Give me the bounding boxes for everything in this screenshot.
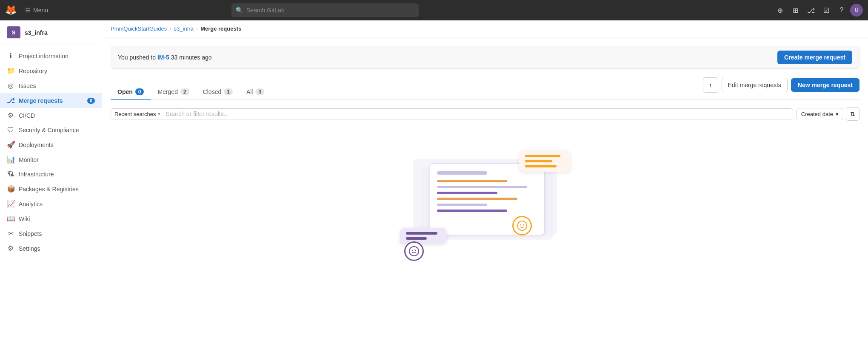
sidebar-item-analytics[interactable]: 📈 Analytics <box>0 196 102 211</box>
tab-closed-label: Closed <box>203 88 222 95</box>
tab-open-count: 0 <box>135 88 144 95</box>
search-icon: 🔍 <box>236 7 243 14</box>
svg-point-5 <box>415 250 416 251</box>
page-content: You pushed to IM-5 33 minutes ago Create… <box>102 37 868 291</box>
push-text-before: You pushed to <box>118 54 156 61</box>
merge-request-icon[interactable]: ⎇ <box>804 3 818 17</box>
breadcrumb-s3infra[interactable]: s3_infra <box>174 26 194 32</box>
nav-icons-group: ⊕ ⊞ ⎇ ☑ ? U <box>774 3 863 17</box>
sidebar-item-settings[interactable]: ⚙ Settings <box>0 241 102 256</box>
empty-illustration <box>396 146 574 265</box>
sort-controls: Created date ▾ ⇅ <box>797 107 859 121</box>
sort-direction-button[interactable]: ⇅ <box>846 107 859 121</box>
dropdown-chevron-icon: ▾ <box>836 111 839 117</box>
hamburger-icon: ☰ <box>25 7 31 14</box>
sidebar-item-label: Security & Compliance <box>19 127 79 133</box>
folder-icon: 📁 <box>7 67 14 75</box>
sidebar-item-label: Infrastructure <box>19 171 54 178</box>
sidebar-item-label: Issues <box>19 82 36 89</box>
tab-closed[interactable]: Closed 1 <box>196 84 240 100</box>
ill-bubble-right-line-2 <box>525 160 552 162</box>
ill-bubble-left-line-2 <box>406 237 427 240</box>
push-text-after: 33 minutes ago <box>171 54 212 61</box>
sort-direction-icon: ⇅ <box>850 110 855 117</box>
help-icon[interactable]: ? <box>835 3 848 17</box>
project-name: s3_infra <box>25 29 48 36</box>
svg-point-2 <box>523 224 524 226</box>
sidebar-project-header[interactable]: S s3_infra <box>0 20 102 45</box>
top-navigation: 🦊 ☰ Menu 🔍 ⊕ ⊞ ⎇ ☑ ? U <box>0 0 868 20</box>
breadcrumb-sep-2: › <box>196 26 198 32</box>
sidebar-item-cicd[interactable]: ⚙ CI/CD <box>0 108 102 123</box>
ill-card-line-6 <box>437 204 487 206</box>
sidebar-item-repository[interactable]: 📁 Repository <box>0 63 102 78</box>
user-avatar[interactable]: U <box>850 4 863 17</box>
sidebar-item-monitor[interactable]: 📊 Monitor <box>0 152 102 167</box>
svg-point-4 <box>412 250 413 251</box>
tab-all[interactable]: All 3 <box>240 84 271 100</box>
sidebar-item-snippets[interactable]: ✂ Snippets <box>0 226 102 241</box>
tab-open[interactable]: Open 0 <box>111 84 151 100</box>
issues-icon: ◎ <box>7 82 14 90</box>
sidebar-item-wiki[interactable]: 📖 Wiki <box>0 211 102 226</box>
new-merge-request-button[interactable]: New merge request <box>791 78 859 92</box>
main-layout: S s3_infra ℹ Project information 📁 Repos… <box>0 20 868 340</box>
sidebar-item-label: Repository <box>19 68 47 74</box>
project-avatar: S <box>7 26 20 39</box>
breadcrumb-sep-1: › <box>169 26 171 32</box>
export-button[interactable]: ↑ <box>703 77 718 93</box>
ill-bubble-left <box>400 228 447 244</box>
sort-dropdown[interactable]: Created date ▾ <box>797 108 843 120</box>
sidebar-item-deployments[interactable]: 🚀 Deployments <box>0 137 102 152</box>
search-input[interactable] <box>246 7 414 14</box>
empty-state <box>111 129 859 282</box>
new-item-button[interactable]: ⊕ <box>774 3 787 17</box>
deployments-icon: 🚀 <box>7 141 14 149</box>
main-content: PmmQuickStartGuides › s3_infra › Merge r… <box>102 20 868 340</box>
gitlab-logo: 🦊 <box>5 5 17 16</box>
sidebar-item-label: Monitor <box>19 156 39 163</box>
sidebar-item-security-compliance[interactable]: 🛡 Security & Compliance <box>0 123 102 137</box>
packages-icon: 📦 <box>7 185 14 193</box>
cicd-icon: ⚙ <box>7 111 14 119</box>
sidebar-item-issues[interactable]: ◎ Issues <box>0 78 102 93</box>
monitor-icon: 📊 <box>7 156 14 164</box>
analytics-icon: 📈 <box>7 200 14 208</box>
sidebar-item-label: Deployments <box>19 142 54 148</box>
shield-icon: 🛡 <box>7 126 14 134</box>
create-merge-request-button[interactable]: Create merge request <box>777 51 852 64</box>
nav-icon-2[interactable]: ⊞ <box>789 3 802 17</box>
ill-avatar-purple <box>404 241 424 261</box>
edit-merge-requests-button[interactable]: Edit merge requests <box>722 78 788 92</box>
ill-card-line-5 <box>437 198 517 200</box>
ill-card-line-3 <box>437 186 527 188</box>
filter-bar: Recent searches ▾ <box>111 108 793 119</box>
ill-bubble-right-line-1 <box>525 155 560 157</box>
ill-face-purple <box>408 246 420 257</box>
branch-link[interactable]: IM-5 <box>157 54 169 61</box>
recent-searches-dropdown[interactable]: Recent searches ▾ <box>111 109 164 119</box>
todo-icon[interactable]: ☑ <box>819 3 833 17</box>
sidebar-navigation: ℹ Project information 📁 Repository ◎ Iss… <box>0 45 102 259</box>
sidebar-item-label: Wiki <box>19 215 30 222</box>
sidebar-item-label: CI/CD <box>19 112 35 119</box>
tab-merged[interactable]: Merged 2 <box>151 84 196 100</box>
sidebar-item-merge-requests[interactable]: ⎇ Merge requests 0 <box>0 93 102 108</box>
sidebar-item-project-information[interactable]: ℹ Project information <box>0 48 102 63</box>
tab-all-label: All <box>246 88 253 95</box>
sidebar-item-packages-registries[interactable]: 📦 Packages & Registries <box>0 181 102 196</box>
filter-input[interactable] <box>164 109 793 119</box>
global-search-bar[interactable]: 🔍 <box>231 3 419 17</box>
svg-point-3 <box>409 246 419 256</box>
push-text: You pushed to IM-5 33 minutes ago <box>118 54 212 61</box>
settings-icon: ⚙ <box>7 244 14 252</box>
menu-button[interactable]: ☰ Menu <box>22 5 51 15</box>
ill-card-line-2 <box>437 180 507 182</box>
tab-all-count: 3 <box>255 88 264 95</box>
sidebar-item-infrastructure[interactable]: 🏗 Infrastructure <box>0 167 102 181</box>
sidebar-item-label: Settings <box>19 245 40 252</box>
export-icon: ↑ <box>709 82 712 88</box>
tab-closed-count: 1 <box>224 88 233 95</box>
breadcrumb-pmmquickstartguides[interactable]: PmmQuickStartGuides <box>111 26 167 32</box>
tab-merged-label: Merged <box>157 88 177 95</box>
